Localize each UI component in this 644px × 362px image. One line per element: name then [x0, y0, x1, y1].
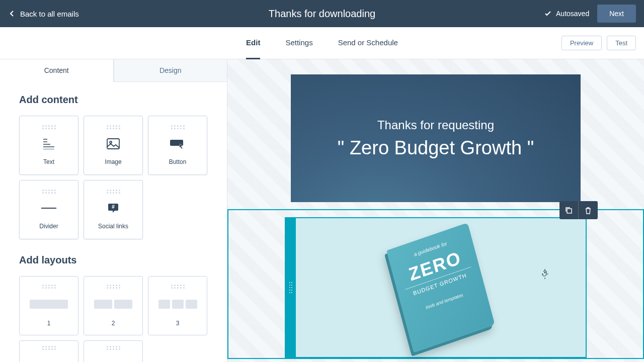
layout-3-label: 3 — [176, 320, 180, 327]
svg-rect-5 — [567, 209, 572, 213]
sidebar-tab-content[interactable]: Content — [0, 59, 114, 82]
autosaved-label: Autosaved — [556, 10, 589, 18]
add-layouts-heading: Add layouts — [19, 254, 208, 266]
hero-line1: Thanks for requesting — [377, 118, 494, 132]
layout-1-label: 1 — [47, 320, 51, 327]
canvas[interactable]: Thanks for requesting " Zero Budget Grow… — [227, 59, 644, 362]
block-divider[interactable]: Divider — [19, 180, 78, 239]
button-icon — [170, 136, 185, 151]
block-drag-handle[interactable] — [286, 218, 296, 357]
autosaved-status: Autosaved — [544, 10, 589, 18]
svg-rect-0 — [107, 139, 119, 149]
block-button-label: Button — [169, 158, 187, 165]
chevron-left-icon — [8, 10, 16, 18]
layout-3col[interactable]: 3 — [148, 276, 207, 335]
svg-point-6 — [544, 272, 546, 274]
divider-icon — [41, 201, 56, 216]
check-icon — [544, 10, 552, 18]
drag-handle-icon — [42, 346, 56, 350]
drag-handle-icon — [107, 190, 120, 194]
image-body: a guidebook for ZERO BUDGET GROWTH tools… — [296, 218, 586, 357]
text-icon — [42, 136, 55, 151]
hero-line2: " Zero Budget Growth " — [338, 137, 534, 159]
trash-icon — [585, 207, 592, 214]
drag-handle-icon — [42, 125, 56, 129]
subnav: Edit Settings Send or Schedule Preview T… — [0, 27, 644, 59]
selected-section[interactable]: a guidebook for ZERO BUDGET GROWTH tools… — [227, 209, 644, 359]
block-text[interactable]: Text — [19, 116, 78, 175]
social-icon: # — [108, 201, 119, 216]
block-social-label: Social links — [98, 223, 128, 230]
cursor-icon — [541, 268, 550, 280]
topbar: Back to all emails Thanks for downloadin… — [0, 0, 644, 27]
delete-button[interactable] — [579, 201, 598, 219]
page-title[interactable]: Thanks for downloading — [269, 8, 375, 20]
drag-handle-icon — [107, 125, 120, 129]
drag-dots-icon — [289, 282, 292, 293]
image-icon — [107, 136, 120, 151]
back-to-emails-link[interactable]: Back to all emails — [8, 10, 79, 18]
preview-button[interactable]: Preview — [561, 36, 602, 50]
tab-send[interactable]: Send or Schedule — [338, 27, 398, 59]
sidebar-tab-design[interactable]: Design — [114, 59, 227, 82]
layout-2-label: 2 — [112, 320, 115, 327]
book-graphic: a guidebook for ZERO BUDGET GROWTH tools… — [386, 223, 495, 352]
drag-handle-icon — [42, 190, 56, 194]
duplicate-button[interactable] — [559, 201, 579, 219]
drag-handle-icon — [171, 285, 185, 289]
block-image[interactable]: Image — [84, 116, 143, 175]
tab-edit[interactable]: Edit — [246, 27, 260, 59]
layout-1col[interactable]: 1 — [19, 276, 78, 335]
copy-icon — [565, 207, 573, 214]
layout-row4[interactable] — [19, 340, 78, 362]
layout-2col[interactable]: 2 — [84, 276, 143, 335]
image-content-block[interactable]: a guidebook for ZERO BUDGET GROWTH tools… — [285, 217, 587, 358]
drag-handle-icon — [107, 346, 120, 350]
back-label: Back to all emails — [20, 10, 79, 18]
test-button[interactable]: Test — [607, 36, 636, 50]
drag-handle-icon — [42, 285, 56, 289]
drag-handle-icon — [107, 285, 120, 289]
block-image-label: Image — [105, 158, 121, 165]
add-content-heading: Add content — [19, 94, 208, 106]
tab-settings[interactable]: Settings — [285, 27, 312, 59]
hero-block[interactable]: Thanks for requesting " Zero Budget Grow… — [291, 74, 581, 202]
block-text-label: Text — [43, 158, 54, 165]
layout-row5[interactable] — [84, 340, 143, 362]
block-social[interactable]: # Social links — [84, 180, 143, 239]
svg-point-1 — [110, 141, 112, 143]
block-toolbar — [559, 201, 598, 219]
next-button[interactable]: Next — [597, 5, 636, 23]
sidebar: Content Design Add content Text Image — [0, 59, 227, 362]
drag-handle-icon — [171, 125, 185, 129]
block-divider-label: Divider — [39, 223, 58, 230]
block-button[interactable]: Button — [148, 116, 207, 175]
svg-text:#: # — [112, 204, 115, 210]
